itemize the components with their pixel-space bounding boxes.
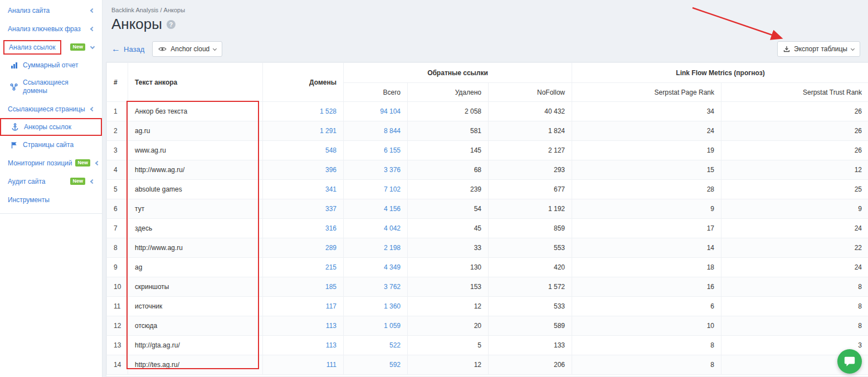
total-backlinks-cell[interactable]: 3 376 (344, 160, 408, 180)
total-backlinks-link[interactable]: 7 102 (384, 185, 401, 193)
new-badge: New (70, 43, 85, 51)
back-button[interactable]: ← Назад (111, 45, 144, 53)
total-backlinks-cell[interactable]: 94 104 (344, 102, 408, 121)
trust-rank-cell: 26 (721, 141, 868, 160)
total-backlinks-cell[interactable]: 522 (344, 336, 408, 355)
column-header-domains[interactable]: Домены (263, 63, 344, 102)
page-rank-cell: 24 (572, 121, 721, 141)
total-backlinks-link[interactable]: 4 042 (384, 224, 401, 232)
domains-cell[interactable]: 215 (263, 258, 344, 277)
chat-launcher-button[interactable] (837, 349, 862, 374)
domains-cell[interactable]: 111 (263, 355, 344, 375)
anchor-text-cell: http://tes.ag.ru/ (128, 355, 263, 375)
anchor-cloud-label: Anchor cloud (170, 45, 209, 53)
table-row: 10скриншоты1853 7621531 572168 (107, 277, 868, 297)
domains-link[interactable]: 1 528 (320, 107, 337, 115)
total-backlinks-link[interactable]: 592 (389, 361, 401, 369)
domains-link[interactable]: 396 (325, 166, 337, 174)
domains-link[interactable]: 316 (325, 224, 337, 232)
sidebar-item-link-analysis[interactable]: Анализ ссылок New (0, 38, 102, 56)
domains-cell[interactable]: 316 (263, 219, 344, 238)
total-backlinks-link[interactable]: 3 376 (384, 166, 401, 174)
domains-cell[interactable]: 113 (263, 336, 344, 355)
column-header-removed[interactable]: Удалено (408, 83, 489, 102)
total-backlinks-link[interactable]: 94 104 (380, 107, 401, 115)
sidebar-item-tools[interactable]: Инструменты (0, 190, 102, 209)
domains-link[interactable]: 117 (326, 302, 337, 310)
domains-link[interactable]: 289 (325, 244, 337, 252)
domains-cell[interactable]: 1 291 (263, 121, 344, 141)
domains-cell[interactable]: 396 (263, 160, 344, 180)
domains-cell[interactable]: 548 (263, 141, 344, 160)
column-header-total[interactable]: Всего (344, 83, 408, 102)
domains-cell[interactable]: 289 (263, 238, 344, 258)
total-backlinks-link[interactable]: 522 (389, 341, 401, 349)
total-backlinks-link[interactable]: 1 059 (384, 322, 401, 330)
trust-rank-cell: 8 (721, 277, 868, 297)
column-header-anchor-text[interactable]: Текст анкора (128, 63, 263, 102)
help-icon[interactable]: ? (167, 20, 175, 29)
sidebar-item-referring-domains[interactable]: Ссылающиеся домены (0, 74, 102, 100)
sidebar-item-rank-monitoring[interactable]: Мониторинг позиций New (0, 154, 102, 172)
total-backlinks-cell[interactable]: 1 360 (344, 297, 408, 316)
chevron-down-icon (851, 46, 855, 50)
anchor-text-cell: скриншоты (128, 277, 263, 297)
domains-link[interactable]: 341 (325, 185, 337, 193)
row-number-cell: 12 (107, 316, 128, 336)
nofollow-cell: 293 (489, 160, 572, 180)
sidebar-item-site-analysis[interactable]: Анализ сайта (0, 1, 102, 19)
total-backlinks-cell[interactable]: 592 (344, 355, 408, 375)
total-backlinks-cell[interactable]: 4 156 (344, 199, 408, 219)
total-backlinks-link[interactable]: 4 156 (384, 205, 401, 213)
total-backlinks-link[interactable]: 2 198 (384, 244, 401, 252)
sidebar-item-referring-pages[interactable]: Ссылающиеся страницы (0, 100, 102, 118)
domains-link[interactable]: 215 (325, 263, 337, 271)
total-backlinks-cell[interactable]: 4 042 (344, 219, 408, 238)
column-header-trust-rank[interactable]: Serpstat Trust Rank (721, 83, 868, 102)
domains-cell[interactable]: 337 (263, 199, 344, 219)
sidebar-item-site-audit[interactable]: Аудит сайта New (0, 172, 102, 190)
domains-link[interactable]: 337 (325, 205, 337, 213)
total-backlinks-link[interactable]: 1 360 (384, 302, 401, 310)
total-backlinks-link[interactable]: 4 349 (384, 263, 401, 271)
domains-cell[interactable]: 1 528 (263, 102, 344, 121)
total-backlinks-cell[interactable]: 3 762 (344, 277, 408, 297)
total-backlinks-cell[interactable]: 8 844 (344, 121, 408, 141)
table-body: 1Анкор без текста1 52894 1042 05840 4323… (107, 102, 868, 375)
sidebar-item-keyword-analysis[interactable]: Анализ ключевых фраз (0, 19, 102, 38)
breadcrumb-parent-link[interactable]: Backlink Analysis (111, 7, 158, 13)
row-number-cell: 1 (107, 102, 128, 121)
new-badge: New (75, 159, 90, 167)
sidebar-item-label: Ссылающиеся домены (23, 79, 84, 95)
total-backlinks-cell[interactable]: 4 349 (344, 258, 408, 277)
total-backlinks-cell[interactable]: 1 059 (344, 316, 408, 336)
removed-cell: 145 (408, 141, 489, 160)
domains-link[interactable]: 548 (325, 146, 337, 154)
domains-link[interactable]: 185 (325, 283, 337, 291)
total-backlinks-cell[interactable]: 7 102 (344, 180, 408, 199)
total-backlinks-link[interactable]: 6 155 (384, 146, 401, 154)
domains-cell[interactable]: 341 (263, 180, 344, 199)
column-header-nofollow[interactable]: NoFollow (489, 83, 572, 102)
page-rank-cell: 34 (572, 102, 721, 121)
domains-link[interactable]: 1 291 (320, 127, 337, 135)
total-backlinks-cell[interactable]: 6 155 (344, 141, 408, 160)
domains-link[interactable]: 111 (326, 361, 337, 369)
total-backlinks-link[interactable]: 3 762 (384, 283, 401, 291)
anchor-text-cell: absolute games (128, 180, 263, 199)
domains-cell[interactable]: 185 (263, 277, 344, 297)
sidebar-item-link-anchors[interactable]: Анкоры ссылок (0, 118, 102, 136)
sidebar-item-site-pages[interactable]: Страницы сайта (0, 136, 102, 154)
sidebar-item-label: Анализ ссылок (3, 40, 61, 55)
sidebar-item-summary-report[interactable]: Суммарный отчет (0, 56, 102, 74)
domains-link[interactable]: 113 (326, 322, 337, 330)
export-table-button[interactable]: Экспорт таблицы (777, 41, 860, 57)
total-backlinks-cell[interactable]: 2 198 (344, 238, 408, 258)
table-row: 1Анкор без текста1 52894 1042 05840 4323… (107, 102, 868, 121)
total-backlinks-link[interactable]: 8 844 (384, 127, 401, 135)
domains-cell[interactable]: 117 (263, 297, 344, 316)
column-header-page-rank[interactable]: Serpstat Page Rank (572, 83, 721, 102)
anchor-cloud-button[interactable]: Anchor cloud (152, 41, 222, 57)
domains-link[interactable]: 113 (326, 341, 337, 349)
domains-cell[interactable]: 113 (263, 316, 344, 336)
